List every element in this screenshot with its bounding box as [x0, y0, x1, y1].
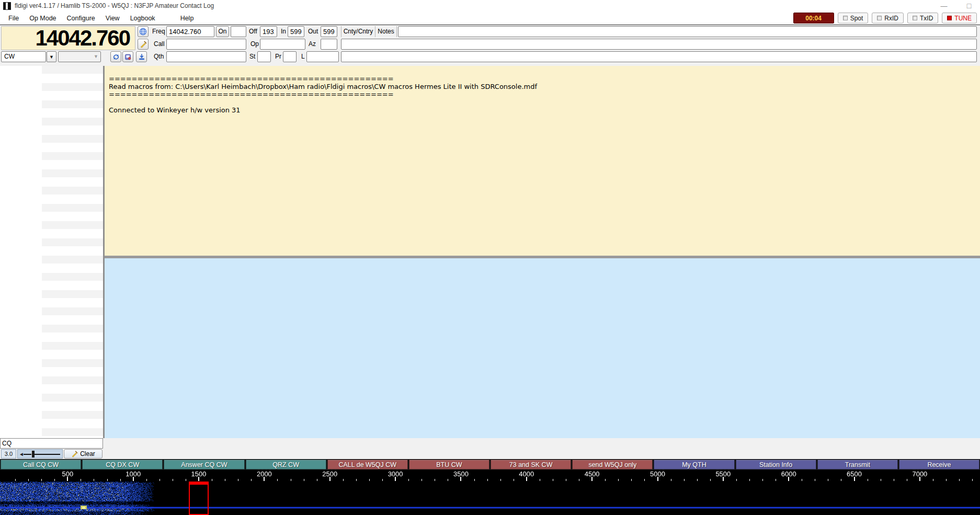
broom-icon — [140, 41, 147, 48]
menu-item-help[interactable]: Help — [175, 15, 199, 22]
slider-handle[interactable] — [31, 451, 35, 457]
qrz-lookup-button[interactable] — [138, 26, 149, 37]
rxid-checkbox-icon — [877, 16, 882, 20]
rx-line: Read macros from: C:\Users\Karl Heimbach… — [109, 83, 980, 90]
tune-label: TUNE — [954, 15, 972, 22]
macro-button[interactable]: CALL de W5QJ CW — [327, 460, 408, 470]
rig-sync-button[interactable] — [110, 51, 121, 62]
ruler-label: 6000 — [781, 470, 796, 478]
macro-button[interactable]: Receive — [899, 460, 979, 470]
az-label: Az — [309, 39, 316, 50]
rx-line: ========================================… — [109, 90, 980, 98]
save-qso-button[interactable] — [136, 51, 147, 62]
squelch-slider[interactable]: ◄ — [17, 449, 63, 459]
menu-item-configure[interactable]: Configure — [62, 15, 100, 22]
mode-dropdown-button[interactable]: ▼ — [47, 51, 56, 62]
macro-button[interactable]: CQ DX CW — [82, 460, 163, 470]
clear-browser-button[interactable]: Clear — [64, 449, 102, 459]
tab-cnty-cntry[interactable]: Cnty/Cntry — [341, 26, 375, 37]
title-bar: fldigi ver4.1.17 / Hamlib TS-2000 - W5QJ… — [0, 0, 980, 12]
freq-input[interactable] — [166, 26, 214, 37]
spot-label: Spot — [850, 15, 863, 22]
pr-label: Pr — [275, 51, 281, 62]
rst-in-label: In — [281, 26, 286, 37]
macro-button[interactable]: Answer CQ CW — [164, 460, 244, 470]
qth-label: Qth — [154, 51, 164, 62]
menu-bar: File Op Mode Configure View Logbook Help… — [0, 12, 980, 25]
qth-input[interactable] — [166, 51, 246, 62]
ruler-label: 5000 — [650, 470, 665, 478]
ruler-label: 4500 — [585, 470, 600, 478]
row2-wide-input[interactable] — [341, 39, 977, 50]
freq-label: Freq — [152, 26, 165, 37]
macro-button[interactable]: QRZ CW — [246, 460, 326, 470]
txid-label: TxID — [920, 15, 933, 22]
notes-field[interactable] — [398, 26, 977, 37]
macro-button[interactable]: Station Info — [736, 460, 816, 470]
menu-item-opmode[interactable]: Op Mode — [24, 15, 61, 22]
waterfall-scale[interactable]: 5001000150020002500300035004000450050005… — [0, 470, 980, 482]
rst-in-input[interactable] — [288, 26, 304, 37]
time-off-label: Off — [249, 26, 257, 37]
slider-track — [24, 454, 60, 455]
rxid-toggle[interactable]: RxID — [872, 13, 904, 24]
txid-checkbox-icon — [913, 16, 917, 20]
maximize-button[interactable]: □ — [961, 1, 977, 10]
ruler-label: 3500 — [453, 470, 469, 478]
app-icon — [3, 2, 11, 10]
mode-select[interactable]: CW — [1, 51, 46, 62]
ruler-label: 4000 — [519, 470, 534, 478]
rst-out-input[interactable] — [321, 26, 337, 37]
txid-toggle[interactable]: TxID — [907, 13, 938, 24]
macro-bar: Call CQ CW CQ DX CW Answer CQ CW QRZ CW … — [0, 459, 980, 470]
refresh-arrows-icon — [112, 53, 120, 61]
tx-text-area[interactable] — [105, 258, 980, 438]
rxid-label: RxID — [884, 15, 898, 22]
call-input[interactable] — [166, 39, 246, 50]
time-on-button[interactable]: On — [216, 26, 229, 37]
macro-button[interactable]: 73 and SK CW — [491, 460, 571, 470]
row3-wide-input[interactable] — [341, 51, 977, 62]
minimize-button[interactable]: — — [936, 1, 952, 10]
op-input[interactable] — [260, 39, 305, 50]
ruler-label: 6500 — [847, 470, 862, 478]
session-timer[interactable]: 00:04 — [793, 13, 834, 24]
menu-item-view[interactable]: View — [100, 15, 125, 22]
time-off-input[interactable] — [260, 26, 277, 37]
waterfall-panel[interactable] — [0, 482, 980, 515]
secondary-select[interactable]: ▼ — [58, 51, 101, 62]
browser-filter-input[interactable] — [0, 438, 103, 449]
time-on-input[interactable] — [231, 26, 246, 37]
st-input[interactable] — [257, 51, 271, 62]
tune-indicator-icon — [947, 16, 952, 20]
op-label: Op — [250, 39, 259, 50]
frequency-display[interactable]: 14042.760 — [1, 26, 135, 50]
az-input[interactable] — [321, 39, 337, 50]
clear-log-fields-button[interactable] — [138, 39, 149, 50]
pr-input[interactable] — [283, 51, 297, 62]
signal-browser-rows[interactable] — [42, 66, 103, 438]
open-logbook-button[interactable] — [122, 51, 133, 62]
menu-item-file[interactable]: File — [3, 15, 24, 22]
locator-input[interactable] — [306, 51, 339, 62]
tab-notes[interactable]: Notes — [375, 26, 397, 37]
macro-button[interactable]: Transmit — [817, 460, 898, 470]
rx-line: ========================================… — [109, 75, 980, 83]
squelch-value[interactable]: 3.0 — [1, 449, 16, 459]
ruler-label: 7000 — [912, 470, 927, 478]
ruler-label: 5500 — [715, 470, 731, 478]
ruler-label: 1500 — [191, 470, 207, 478]
chevron-down-gray-icon: ▼ — [94, 52, 98, 62]
macro-button[interactable]: send W5QJ only — [572, 460, 653, 470]
macro-button[interactable]: Call CQ CW — [1, 460, 81, 470]
bottom-strip — [0, 438, 980, 459]
macro-button[interactable]: BTU CW — [409, 460, 489, 470]
spot-toggle[interactable]: Spot — [838, 13, 869, 24]
waterfall-canvas[interactable] — [0, 482, 980, 515]
tune-button[interactable]: TUNE — [942, 13, 977, 24]
signal-browser-panel[interactable] — [0, 66, 103, 438]
rx-text-area[interactable]: ========================================… — [105, 66, 980, 256]
menu-item-logbook[interactable]: Logbook — [125, 15, 161, 22]
ruler-label: 500 — [62, 470, 73, 478]
macro-button[interactable]: My QTH — [654, 460, 734, 470]
